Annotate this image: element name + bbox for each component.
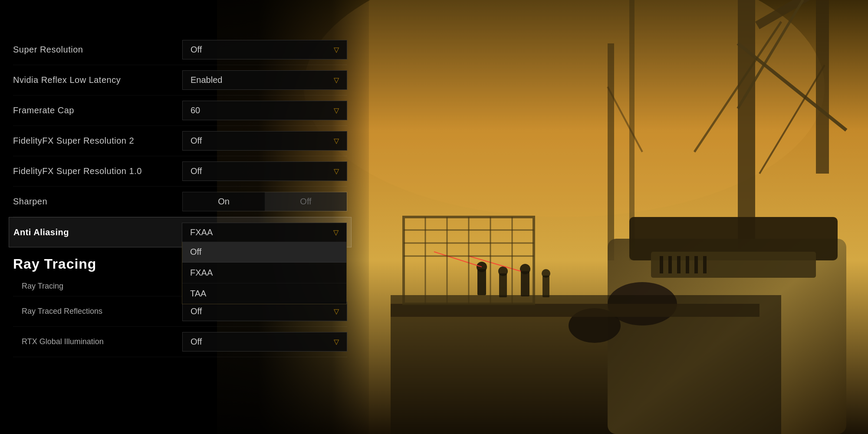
svg-rect-29 [521,271,529,296]
svg-rect-27 [499,273,507,297]
svg-rect-25 [477,269,486,295]
svg-rect-20 [703,256,707,273]
sharpen-on-button[interactable]: On [183,192,265,211]
anti-aliasing-option-taa[interactable]: TAA [182,283,346,304]
framerate-cap-arrow: ▽ [334,106,339,115]
rtx-global-illumination-row: RTX Global Illumination Off ▽ [13,327,347,357]
rtx-global-illumination-arrow: ▽ [334,338,339,346]
anti-aliasing-label: Anti Aliasing [13,227,69,237]
svg-rect-19 [694,256,698,273]
super-resolution-dropdown[interactable]: Off ▽ [182,40,347,59]
super-resolution-label: Super Resolution [13,45,83,55]
ray-traced-reflections-value: Off [191,306,202,316]
super-resolution-row: Super Resolution Off ▽ [13,35,347,65]
fidelityfx-sr1-label: FidelityFX Super Resolution 1.0 [13,166,142,176]
ray-traced-reflections-label: Ray Traced Reflections [13,307,102,316]
svg-rect-31 [542,276,549,297]
ray-traced-reflections-arrow: ▽ [334,307,339,316]
svg-rect-15 [660,256,663,273]
anti-aliasing-option-fxaa[interactable]: FXAA [182,263,346,283]
nvidia-reflex-label: Nvidia Reflex Low Latency [13,75,121,85]
svg-point-30 [520,264,530,274]
framerate-cap-label: Framerate Cap [13,105,74,115]
anti-aliasing-arrow: ▽ [333,228,339,237]
nvidia-reflex-dropdown[interactable]: Enabled ▽ [182,70,347,90]
anti-aliasing-row: Anti Aliasing FXAA ▽ Off FXAA TAA [9,217,352,247]
ray-tracing-sub-label: Ray Tracing [13,282,63,291]
svg-rect-4 [816,0,829,174]
super-resolution-value: Off [191,45,202,55]
nvidia-reflex-arrow: ▽ [334,76,339,84]
svg-point-32 [542,269,550,278]
svg-rect-14 [651,252,816,278]
anti-aliasing-dropdown-container: FXAA ▽ Off FXAA TAA [182,223,347,242]
anti-aliasing-option-off[interactable]: Off [182,242,346,263]
fidelityfx-sr2-arrow: ▽ [334,137,339,145]
framerate-cap-value: 60 [191,105,200,115]
framerate-cap-dropdown[interactable]: 60 ▽ [182,101,347,120]
svg-rect-18 [686,256,689,273]
framerate-cap-row: Framerate Cap 60 ▽ [13,95,347,126]
sharpen-off-button[interactable]: Off [265,192,347,211]
fidelityfx-sr2-dropdown[interactable]: Off ▽ [182,131,347,151]
svg-rect-9 [608,43,614,260]
svg-rect-24 [391,304,760,317]
fidelityfx-sr2-label: FidelityFX Super Resolution 2 [13,136,134,146]
fidelityfx-sr1-row: FidelityFX Super Resolution 1.0 Off ▽ [13,156,347,187]
anti-aliasing-dropdown[interactable]: FXAA ▽ [182,223,347,242]
fidelityfx-sr2-row: FidelityFX Super Resolution 2 Off ▽ [13,126,347,156]
ray-traced-reflections-dropdown[interactable]: Off ▽ [182,302,347,321]
settings-panel: Super Resolution Off ▽ Nvidia Reflex Low… [0,0,360,434]
fidelityfx-sr1-arrow: ▽ [334,167,339,175]
svg-rect-16 [668,256,672,273]
svg-rect-17 [677,256,681,273]
svg-point-28 [498,266,508,276]
anti-aliasing-menu: Off FXAA TAA [182,242,347,304]
nvidia-reflex-value: Enabled [191,75,222,85]
sharpen-toggle-group: On Off [182,192,347,211]
super-resolution-arrow: ▽ [334,46,339,54]
rtx-global-illumination-label: RTX Global Illumination [13,337,104,346]
sharpen-label: Sharpen [13,197,47,207]
rtx-global-illumination-value: Off [191,337,202,347]
rtx-global-illumination-dropdown[interactable]: Off ▽ [182,332,347,352]
fidelityfx-sr1-dropdown[interactable]: Off ▽ [182,161,347,181]
sharpen-row: Sharpen On Off [13,187,347,217]
nvidia-reflex-row: Nvidia Reflex Low Latency Enabled ▽ [13,65,347,95]
fidelityfx-sr1-value: Off [191,166,202,176]
fidelityfx-sr2-value: Off [191,136,202,146]
anti-aliasing-value: FXAA [190,227,213,237]
